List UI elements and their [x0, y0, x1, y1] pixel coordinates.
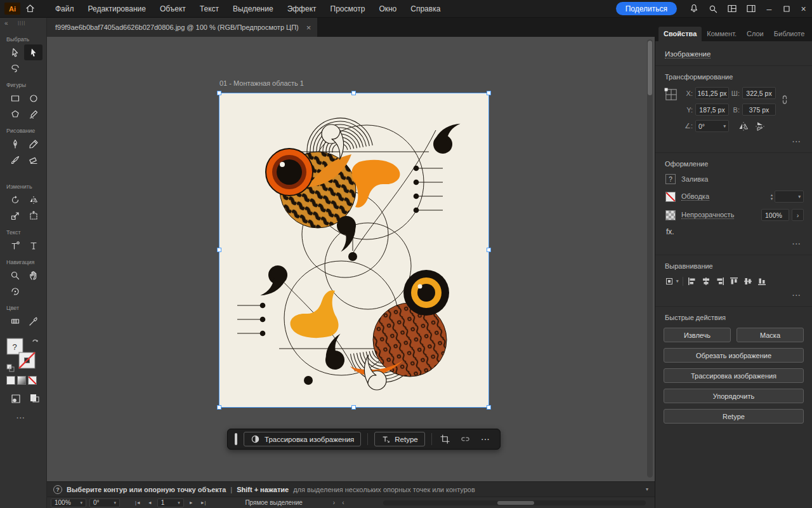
shaper-tool[interactable] — [24, 106, 43, 122]
menu-type[interactable]: Текст — [193, 0, 226, 18]
taskbar-more-icon[interactable]: ··· — [479, 432, 493, 446]
zoom-tool[interactable] — [6, 267, 24, 283]
align-center-horizontal-icon[interactable] — [701, 276, 711, 286]
taskbar-grip[interactable] — [235, 433, 237, 445]
artboard-label[interactable]: 01 - Монтажная область 1 — [219, 79, 304, 87]
scale-tool[interactable] — [6, 208, 24, 224]
selection-tool[interactable] — [6, 44, 24, 60]
link-dimensions-icon[interactable] — [780, 95, 790, 105]
type-tool[interactable] — [24, 237, 43, 253]
rectangle-tool[interactable] — [6, 90, 24, 106]
angle-select[interactable]: 0°▾ — [695, 120, 729, 132]
horizontal-scrollbar[interactable] — [383, 500, 646, 505]
draw-mode-button[interactable] — [6, 391, 25, 406]
link-icon[interactable] — [459, 432, 473, 446]
stroke-swatch[interactable] — [665, 192, 676, 202]
fx-button[interactable]: fx. — [666, 227, 804, 236]
brush-tool[interactable] — [6, 152, 24, 168]
canvas-area[interactable]: 01 - Монтажная область 1 — [47, 37, 655, 481]
close-button[interactable]: × — [795, 1, 812, 17]
pen-tool[interactable] — [6, 136, 24, 152]
hand-tool[interactable] — [24, 267, 43, 283]
vertical-scrollbar[interactable] — [647, 39, 653, 478]
status-scroll-left-icon[interactable]: ‹ — [340, 499, 346, 506]
transform-more-options[interactable]: ··· — [664, 138, 801, 145]
color-button[interactable] — [6, 376, 15, 385]
search-icon[interactable] — [704, 1, 723, 17]
selection-handle[interactable] — [217, 248, 221, 252]
artboard-number-select[interactable]: 1▾ — [157, 498, 184, 507]
retype-quick-button[interactable]: Retype — [664, 409, 804, 424]
workspace-switcher-icon[interactable] — [723, 1, 742, 17]
menu-object[interactable]: Объект — [153, 0, 193, 18]
swap-fill-stroke-icon[interactable] — [33, 340, 38, 342]
tab-properties[interactable]: Свойства — [658, 27, 702, 41]
appearance-more-options[interactable]: ··· — [664, 240, 801, 248]
stroke-weight-stepper[interactable]: ▴▾ — [771, 193, 773, 201]
gradient-button[interactable] — [17, 376, 26, 385]
tab-comments[interactable]: Коммент. — [702, 27, 742, 41]
menu-select[interactable]: Выделение — [226, 0, 280, 18]
arrange-button[interactable]: Упорядочить — [664, 389, 804, 403]
align-right-icon[interactable] — [715, 276, 725, 286]
rotate-view-tool[interactable] — [6, 283, 24, 299]
align-top-icon[interactable] — [729, 276, 739, 286]
tab-layers[interactable]: Слои — [742, 27, 769, 41]
maximize-button[interactable] — [778, 1, 795, 17]
image-trace-quick-button[interactable]: Трассировка изображения — [664, 368, 804, 383]
stroke-color-box[interactable] — [19, 352, 35, 368]
direct-selection-tool[interactable] — [24, 44, 43, 60]
menu-help[interactable]: Справка — [403, 0, 447, 18]
gradient-tool[interactable] — [6, 313, 24, 329]
selection-handle[interactable] — [351, 91, 356, 95]
crop-image-button[interactable]: Обрезать изображение — [664, 348, 804, 363]
first-artboard-button[interactable]: |◄ — [133, 500, 143, 505]
zoom-select[interactable]: 100%▾ — [51, 498, 86, 507]
selection-handle[interactable] — [487, 91, 491, 95]
rotate-tool[interactable] — [6, 192, 24, 208]
align-more-options[interactable]: ··· — [664, 291, 801, 299]
align-bottom-icon[interactable] — [757, 276, 767, 286]
reference-point-icon[interactable] — [664, 87, 679, 102]
none-button[interactable] — [28, 376, 37, 385]
tab-close-icon[interactable]: × — [306, 23, 311, 32]
y-input[interactable]: 187,5 px — [695, 104, 729, 116]
menu-view[interactable]: Просмотр — [324, 0, 372, 18]
artboard[interactable] — [219, 93, 488, 407]
selection-handle[interactable] — [217, 405, 221, 410]
opacity-icon[interactable] — [665, 210, 676, 220]
placed-image[interactable] — [219, 93, 488, 407]
image-trace-button[interactable]: Трассировка изображения — [244, 432, 361, 446]
selection-handle[interactable] — [487, 248, 491, 252]
object-type-link[interactable]: Изображение — [665, 50, 710, 58]
vertical-scrollbar-thumb[interactable] — [648, 41, 652, 95]
toolbar-grip[interactable]: |||| — [18, 20, 25, 25]
align-left-icon[interactable] — [687, 276, 697, 286]
selection-handle[interactable] — [487, 405, 491, 410]
stroke-label[interactable]: Обводка — [681, 192, 709, 201]
reflect-tool[interactable] — [24, 192, 43, 208]
opacity-input[interactable]: 100% — [761, 209, 789, 221]
ellipse-tool[interactable] — [24, 90, 43, 106]
crop-image-icon[interactable] — [438, 432, 452, 446]
touch-type-tool[interactable] — [6, 237, 24, 253]
next-artboard-button[interactable]: ► — [187, 500, 195, 505]
polygon-tool[interactable] — [6, 106, 24, 122]
bell-icon[interactable] — [684, 1, 704, 17]
selection-handle[interactable] — [351, 405, 356, 410]
mask-button[interactable]: Маска — [737, 328, 804, 342]
eyedropper-tool[interactable] — [24, 313, 43, 329]
align-center-vertical-icon[interactable] — [743, 276, 753, 286]
menu-file[interactable]: Файл — [48, 0, 81, 18]
height-input[interactable]: 375 px — [742, 104, 776, 116]
x-input[interactable]: 161,25 px — [695, 87, 729, 99]
horizontal-scrollbar-thumb[interactable] — [497, 501, 534, 505]
width-input[interactable]: 322,5 px — [742, 87, 776, 99]
default-fill-stroke-icon[interactable] — [7, 364, 14, 371]
align-to-select[interactable]: ▾ — [665, 276, 679, 286]
minimize-button[interactable]: – — [761, 1, 778, 17]
flip-vertical-icon[interactable] — [754, 121, 766, 131]
share-button[interactable]: Поделиться — [616, 2, 677, 15]
status-scroll-right-icon[interactable]: › — [331, 499, 337, 506]
fill-label[interactable]: Заливка — [681, 175, 708, 183]
